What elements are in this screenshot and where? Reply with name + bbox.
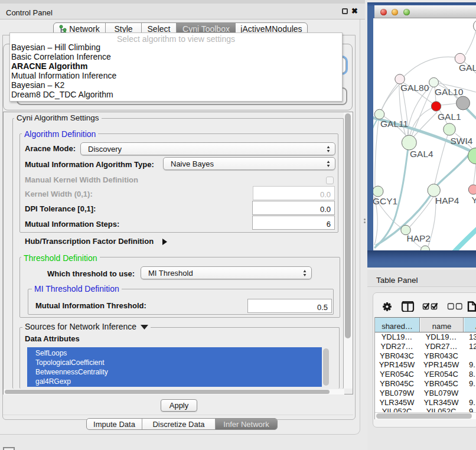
svg-text:HAP2: HAP2 — [407, 233, 431, 243]
svg-text:GAL4: GAL4 — [410, 149, 433, 159]
svg-text:SWI4: SWI4 — [451, 136, 473, 146]
svg-text:GAL10: GAL10 — [435, 87, 464, 97]
svg-text:HAP4: HAP4 — [435, 195, 459, 206]
svg-text:GCY1: GCY1 — [373, 196, 397, 206]
svg-text:GAL11: GAL11 — [380, 119, 408, 129]
svg-text:GAL1: GAL1 — [438, 112, 461, 122]
svg-text:GAL80: GAL80 — [400, 83, 429, 93]
svg-text:Y: Y — [472, 195, 476, 205]
svg-text:GAL: GAL — [459, 63, 476, 73]
